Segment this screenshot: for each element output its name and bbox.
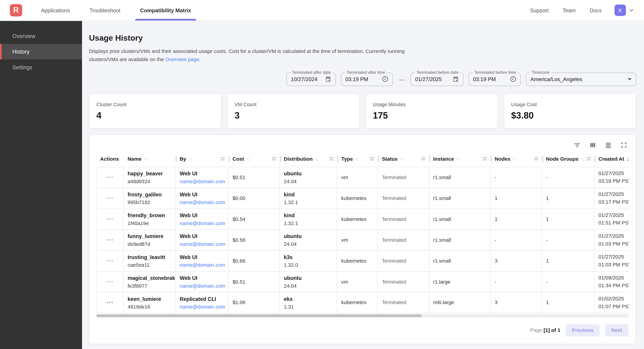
email-link[interactable]: name@domain.com xyxy=(180,304,226,310)
column-menu-icon[interactable] xyxy=(586,157,591,160)
sort-arrows-icon[interactable]: ↑↓ xyxy=(400,156,403,161)
cell-value: Terminated xyxy=(382,300,406,306)
column-header-node-groups[interactable]: Node Groups↑↓ xyxy=(542,151,594,167)
column-menu-icon[interactable] xyxy=(221,157,225,160)
cell-value: kubernetes xyxy=(341,195,366,201)
cell-value: kubernetes xyxy=(341,216,366,222)
column-menu-icon[interactable] xyxy=(370,157,374,160)
nav-tab-compatibility-matrix[interactable]: Compatibility Matrix xyxy=(130,0,201,20)
cell-created-at: 01/09/202501:34 PM PST xyxy=(594,272,629,292)
timezone-select[interactable]: Timezone America/Los_Angeles xyxy=(526,72,636,86)
table-row: frosty_galileo995b7182Web UIname@domain.… xyxy=(96,187,629,208)
table-row: trusting_leavittcae5ea11Web UIname@domai… xyxy=(96,250,629,271)
columns-icon[interactable] xyxy=(589,141,596,149)
fullscreen-icon[interactable] xyxy=(620,141,628,149)
sidebar-item-settings[interactable]: Settings xyxy=(0,59,82,75)
terminated-before-date-field[interactable]: Terminated before date 01/27/2025 xyxy=(410,72,464,86)
email-link[interactable]: name@domain.com xyxy=(180,220,226,226)
email-link[interactable]: name@domain.com xyxy=(180,262,226,268)
sort-arrows-icon[interactable]: ↑↓ xyxy=(513,156,516,161)
column-header-name[interactable]: Name↑↓ xyxy=(124,151,176,167)
column-header-type[interactable]: Type↑↓ xyxy=(337,151,378,167)
primary-nav: Applications Troubleshoot Compatibility … xyxy=(31,0,201,20)
terminated-after-date-field[interactable]: Terminated after date 10/27/2024 xyxy=(286,72,336,86)
cell-distribution: eks1.31 xyxy=(280,293,337,313)
cell-line2: cae5ea11 xyxy=(128,262,172,268)
nav-tab-troubleshoot[interactable]: Troubleshoot xyxy=(80,0,130,20)
column-menu-icon[interactable] xyxy=(483,157,487,160)
column-header-instance[interactable]: Instance↑↓ xyxy=(429,151,490,167)
row-actions-button[interactable] xyxy=(104,258,115,264)
stat-card-usage-minutes: Usage Minutes 175 xyxy=(366,93,498,128)
cell-node-groups: 1 xyxy=(542,293,594,313)
terminated-before-time-field[interactable]: Terminated before time 03:19 PM xyxy=(468,72,521,86)
cell-line1: friendly_brown xyxy=(128,212,172,218)
row-actions-button[interactable] xyxy=(104,216,115,222)
column-header-status[interactable]: Status↑↓ xyxy=(378,151,429,167)
column-header-cost[interactable]: Cost↑↓ xyxy=(228,151,280,167)
description-period: . xyxy=(199,56,200,62)
scrollbar-thumb[interactable] xyxy=(96,314,422,317)
chevron-down-icon[interactable] xyxy=(628,7,634,13)
sort-arrows-icon[interactable]: ↑↓ xyxy=(355,156,358,161)
cell-created-at: 01/27/202501:03 PM PST xyxy=(594,251,629,271)
column-header-by[interactable]: By↑↓ xyxy=(176,151,228,167)
sort-arrows-icon[interactable]: ↑↓ xyxy=(246,156,249,161)
column-menu-icon[interactable] xyxy=(421,157,426,160)
sort-desc-icon[interactable]: ↓ xyxy=(627,156,629,162)
email-link[interactable]: name@domain.com xyxy=(180,283,226,289)
sort-arrows-icon[interactable]: ↑↓ xyxy=(581,156,584,161)
cell-line1: kind xyxy=(284,212,334,218)
row-actions-button[interactable] xyxy=(104,195,115,201)
replicated-logo[interactable]: R xyxy=(10,4,22,16)
email-link[interactable]: name@domain.com xyxy=(180,179,226,184)
email-link[interactable]: name@domain.com xyxy=(180,199,226,205)
sort-arrows-icon[interactable]: ↑↓ xyxy=(144,156,147,161)
cell-line1: ubuntu xyxy=(284,233,334,239)
cell-value: vm xyxy=(341,237,348,243)
previous-page-button[interactable]: Previous xyxy=(566,324,600,336)
user-avatar[interactable]: K xyxy=(614,4,626,16)
sort-arrows-icon[interactable]: ↑↓ xyxy=(456,156,460,161)
filter-icon[interactable] xyxy=(574,141,581,149)
density-icon[interactable] xyxy=(605,141,612,149)
cell-line2: fe3f8977 xyxy=(128,283,172,289)
column-header-distribution[interactable]: Distribution↑↓ xyxy=(280,151,337,167)
dropdown-arrow-icon xyxy=(628,78,632,80)
overview-page-link[interactable]: Overview page xyxy=(165,56,199,62)
column-header-created-at[interactable]: Created At↓ xyxy=(594,151,629,167)
row-actions-button[interactable] xyxy=(104,279,115,285)
sidebar-item-overview[interactable]: Overview xyxy=(0,28,82,44)
field-label: Terminated before time xyxy=(472,70,518,74)
nav-link-docs[interactable]: Docs xyxy=(583,7,609,13)
clock-icon[interactable] xyxy=(378,76,388,82)
column-label: Actions xyxy=(100,156,119,162)
row-actions-button[interactable] xyxy=(104,237,115,243)
row-actions-button[interactable] xyxy=(104,299,115,306)
horizontal-scrollbar[interactable] xyxy=(96,314,629,318)
sort-arrows-icon[interactable]: ↑↓ xyxy=(315,156,318,161)
cell-value: r1.small xyxy=(433,195,451,201)
column-menu-icon[interactable] xyxy=(329,157,334,160)
cell-line2: 24.04 xyxy=(284,241,334,247)
sidebar-item-history[interactable]: History xyxy=(0,44,82,59)
terminated-after-time-field[interactable]: Terminated after time 03:19 PM xyxy=(341,72,393,86)
column-menu-icon[interactable] xyxy=(534,157,538,160)
nav-link-support[interactable]: Support xyxy=(523,7,556,13)
row-actions-button[interactable] xyxy=(104,174,115,180)
table-row: happy_beavera48d9324Web UIname@domain.co… xyxy=(96,167,629,187)
cell-line1: k3s xyxy=(284,254,334,260)
sort-arrows-icon[interactable]: ↑↓ xyxy=(189,156,192,161)
column-header-nodes[interactable]: Nodes↑↓ xyxy=(490,151,542,167)
cell-status: Terminated xyxy=(378,167,429,187)
nav-tab-applications[interactable]: Applications xyxy=(31,0,80,20)
column-menu-icon[interactable] xyxy=(272,157,276,160)
nav-link-team[interactable]: Team xyxy=(556,7,583,13)
clock-icon[interactable] xyxy=(506,76,516,82)
cell-distribution: kind1.32.1 xyxy=(280,188,337,209)
cell-by: Web UIname@domain.com xyxy=(176,230,228,250)
calendar-icon[interactable] xyxy=(321,76,332,82)
next-page-button[interactable]: Next xyxy=(605,324,628,336)
calendar-icon[interactable] xyxy=(448,76,459,82)
email-link[interactable]: name@domain.com xyxy=(180,241,226,247)
